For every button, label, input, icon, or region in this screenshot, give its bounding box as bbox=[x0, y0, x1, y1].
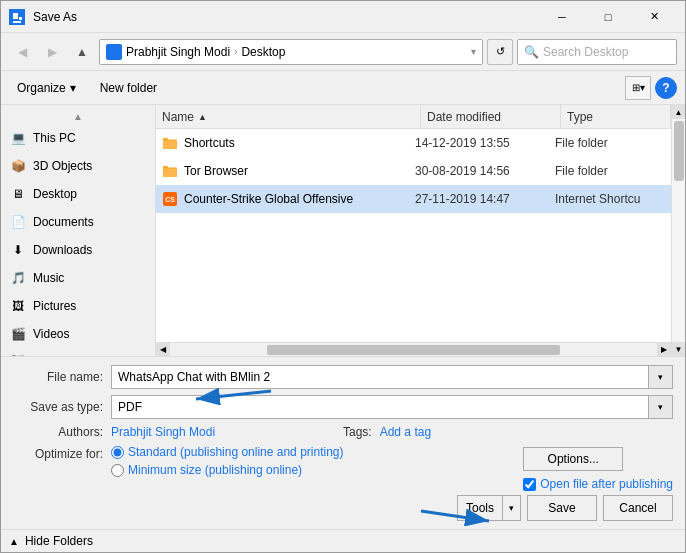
col-type-label: Type bbox=[567, 110, 593, 124]
sidebar-item-downloads[interactable]: ⬇ Downloads bbox=[1, 236, 155, 264]
col-header-type[interactable]: Type bbox=[561, 105, 671, 128]
search-icon: 🔍 bbox=[524, 45, 539, 59]
title-bar: Save As ─ □ ✕ bbox=[1, 1, 685, 33]
view-icon: ⊞ bbox=[632, 82, 640, 93]
col-header-date[interactable]: Date modified bbox=[421, 105, 561, 128]
file-name: Counter-Strike Global Offensive bbox=[184, 192, 353, 206]
search-placeholder: Search Desktop bbox=[543, 45, 628, 59]
documents-icon: 📄 bbox=[9, 213, 27, 231]
open-after-label[interactable]: Open file after publishing bbox=[540, 477, 673, 491]
tools-button[interactable]: Tools ▾ bbox=[457, 495, 521, 521]
savetype-row: Save as type: PDF ▾ bbox=[13, 395, 673, 419]
pictures-icon: 🖼 bbox=[9, 297, 27, 315]
tags-section: Tags: Add a tag bbox=[343, 425, 673, 439]
cancel-button[interactable]: Cancel bbox=[603, 495, 673, 521]
radio-standard[interactable] bbox=[111, 446, 124, 459]
maximize-button[interactable]: □ bbox=[585, 1, 631, 33]
table-row[interactable]: CS Counter-Strike Global Offensive 27-11… bbox=[156, 185, 671, 213]
savetype-input-wrapper: PDF ▾ bbox=[111, 395, 673, 419]
open-after-checkbox[interactable] bbox=[523, 478, 536, 491]
dialog-icon bbox=[9, 9, 25, 25]
sidebar-label-pictures: Pictures bbox=[33, 299, 76, 313]
col-date-label: Date modified bbox=[427, 110, 501, 124]
up-button[interactable]: ▲ bbox=[69, 39, 95, 65]
breadcrumb-path2: Desktop bbox=[241, 45, 285, 59]
savetype-dropdown-arrow[interactable]: ▾ bbox=[649, 395, 673, 419]
breadcrumb-separator: › bbox=[234, 46, 237, 57]
scroll-track-v bbox=[672, 119, 685, 342]
authors-value[interactable]: Prabhjit Singh Modi bbox=[111, 425, 215, 439]
sidebar-label-desktop: Desktop bbox=[33, 187, 77, 201]
options-area: Options... Open file after publishing bbox=[523, 445, 673, 491]
back-button[interactable]: ◀ bbox=[9, 39, 35, 65]
file-list-area: Name ▲ Date modified Type bbox=[156, 105, 671, 356]
filename-dropdown-arrow[interactable]: ▾ bbox=[649, 365, 673, 389]
options-button[interactable]: Options... bbox=[523, 447, 623, 471]
sidebar-label-videos: Videos bbox=[33, 327, 69, 341]
radio-standard-label[interactable]: Standard (publishing online and printing… bbox=[128, 445, 343, 459]
new-folder-label: New folder bbox=[100, 81, 157, 95]
tags-add-link[interactable]: Add a tag bbox=[380, 425, 431, 439]
sidebar-item-documents[interactable]: 📄 Documents bbox=[1, 208, 155, 236]
scroll-thumb-v bbox=[674, 121, 684, 181]
sidebar-item-local-disk[interactable]: 💾 Local Disk (C:) bbox=[1, 348, 155, 356]
search-box[interactable]: 🔍 Search Desktop bbox=[517, 39, 677, 65]
sidebar-item-music[interactable]: 🎵 Music bbox=[1, 264, 155, 292]
file-type: File folder bbox=[555, 136, 665, 150]
sidebar-label-downloads: Downloads bbox=[33, 243, 92, 257]
save-button[interactable]: Save bbox=[527, 495, 597, 521]
file-type: File folder bbox=[555, 164, 665, 178]
scroll-thumb-h bbox=[267, 345, 559, 355]
action-buttons-row: Tools ▾ Save Cancel bbox=[13, 495, 673, 521]
address-bar: ◀ ▶ ▲ Prabhjit Singh Modi › Desktop ▾ ↺ … bbox=[1, 33, 685, 71]
tags-label: Tags: bbox=[343, 425, 372, 439]
view-arrow-icon: ▾ bbox=[640, 82, 645, 93]
new-folder-button[interactable]: New folder bbox=[92, 76, 165, 100]
local-disk-icon: 💾 bbox=[9, 353, 27, 356]
filename-input-wrapper: ▾ bbox=[111, 365, 673, 389]
filename-row: File name: ▾ bbox=[13, 365, 673, 389]
optimize-label: Optimize for: bbox=[13, 445, 103, 461]
folder-icon bbox=[162, 135, 178, 151]
table-row[interactable]: Shortcuts 14-12-2019 13:55 File folder bbox=[156, 129, 671, 157]
sidebar-label-local-disk: Local Disk (C:) bbox=[33, 355, 112, 356]
sidebar-item-desktop[interactable]: 🖥 Desktop bbox=[1, 180, 155, 208]
music-icon: 🎵 bbox=[9, 269, 27, 287]
hide-folders-row[interactable]: ▲ Hide Folders bbox=[1, 529, 685, 552]
sidebar-label-3d-objects: 3D Objects bbox=[33, 159, 92, 173]
bottom-panel: File name: ▾ Save as type: PDF ▾ Authors… bbox=[1, 356, 685, 529]
help-label: ? bbox=[662, 81, 669, 95]
sidebar-item-3d-objects[interactable]: 📦 3D Objects bbox=[1, 152, 155, 180]
savetype-select[interactable]: PDF bbox=[111, 395, 649, 419]
sidebar-item-videos[interactable]: 🎬 Videos bbox=[1, 320, 155, 348]
filename-input[interactable] bbox=[111, 365, 649, 389]
sidebar-item-this-pc[interactable]: 💻 This PC bbox=[1, 124, 155, 152]
forward-button[interactable]: ▶ bbox=[39, 39, 65, 65]
scroll-up-button[interactable]: ▲ bbox=[672, 105, 685, 119]
sidebar-label-documents: Documents bbox=[33, 215, 94, 229]
file-name-cell: Shortcuts bbox=[162, 135, 415, 151]
file-name: Shortcuts bbox=[184, 136, 235, 150]
authors-section: Authors: Prabhjit Singh Modi bbox=[13, 425, 343, 439]
radio-minimum[interactable] bbox=[111, 464, 124, 477]
table-row[interactable]: Tor Browser 30-08-2019 14:56 File folder bbox=[156, 157, 671, 185]
close-button[interactable]: ✕ bbox=[631, 1, 677, 33]
file-name-cell: CS Counter-Strike Global Offensive bbox=[162, 191, 415, 207]
scroll-left-button[interactable]: ◀ bbox=[156, 343, 170, 357]
sidebar-item-pictures[interactable]: 🖼 Pictures bbox=[1, 292, 155, 320]
scroll-right-button[interactable]: ▶ bbox=[657, 343, 671, 357]
breadcrumb-icon bbox=[106, 44, 122, 60]
scroll-down-button[interactable]: ▼ bbox=[672, 342, 685, 356]
view-button[interactable]: ⊞ ▾ bbox=[625, 76, 651, 100]
help-button[interactable]: ? bbox=[655, 77, 677, 99]
sort-icon: ▲ bbox=[198, 112, 207, 122]
main-area: ▲ 💻 This PC 📦 3D Objects 🖥 Desktop 📄 Doc… bbox=[1, 105, 685, 356]
refresh-button[interactable]: ↺ bbox=[487, 39, 513, 65]
radio-minimum-label[interactable]: Minimum size (publishing online) bbox=[128, 463, 302, 477]
minimize-button[interactable]: ─ bbox=[539, 1, 585, 33]
organize-button[interactable]: Organize ▾ bbox=[9, 76, 84, 100]
breadcrumb-path1: Prabhjit Singh Modi bbox=[126, 45, 230, 59]
dropdown-arrow-icon: ▾ bbox=[471, 46, 476, 57]
sidebar-label-this-pc: This PC bbox=[33, 131, 76, 145]
col-header-name[interactable]: Name ▲ bbox=[156, 105, 421, 128]
